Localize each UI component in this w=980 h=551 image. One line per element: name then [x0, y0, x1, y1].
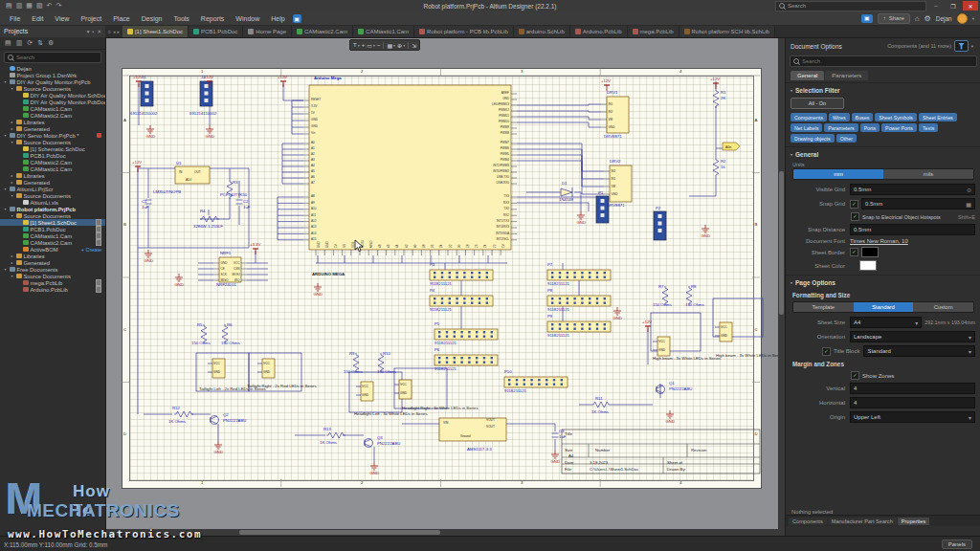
doc-tab-arduino-pcblib[interactable]: Arduino.PcbLib: [570, 25, 628, 37]
maximize-button[interactable]: ❒: [946, 1, 961, 11]
doc-tab-pcb1-pcbdoc[interactable]: PCB1.PcbDoc: [189, 25, 243, 37]
document-font-link[interactable]: Times New Roman, 10: [850, 238, 908, 244]
page-options-header[interactable]: ▾ Page Options: [786, 275, 980, 288]
tree-item-generated[interactable]: ▸Generated: [0, 259, 105, 266]
tree-item-generated[interactable]: ▸Generated: [0, 179, 105, 186]
tree-item-source-documents[interactable]: ▾Source Documents: [0, 139, 105, 145]
sheet-size-dropdown[interactable]: A4 ▾: [850, 317, 922, 328]
projects-search-input[interactable]: [16, 55, 98, 60]
tree-item-camtastic1-cam[interactable]: CAMtastic1.Cam: [0, 232, 105, 239]
title-block-dropdown[interactable]: Standard ▾: [863, 345, 975, 357]
doc-tab-home-page[interactable]: Home Page: [243, 25, 292, 37]
compare-icon[interactable]: ⇅: [37, 39, 43, 47]
snap-hotspots-checkbox[interactable]: ✓: [851, 212, 859, 221]
general-section-header[interactable]: ▾ General: [786, 146, 980, 160]
doc-tab-1-sheet1-schdoc[interactable]: [1] Sheet1.SchDoc: [122, 25, 189, 37]
filter-caret-icon[interactable]: ▾: [969, 41, 976, 51]
tree-item-robot-platform-prjpcb[interactable]: ▾Robot platform.PrjPcb: [0, 206, 105, 212]
expand-icon[interactable]: ▾: [3, 187, 8, 191]
doc-tab-robot-platform-sch-lib-schlib[interactable]: Robot platform SCH lib.SchLib: [679, 25, 775, 37]
panel-close-icon[interactable]: ✕: [97, 29, 101, 34]
panel-dropdown-icon[interactable]: ▾: [87, 29, 90, 34]
doc-tab-robot-platform-pcb-lib-pcblib[interactable]: Robot platform - PCB lib.PcbLib: [414, 25, 514, 37]
tree-item-camtastic1-cam[interactable]: CAMtastic1.Cam: [0, 105, 105, 112]
tree-item-project-group-1-dsnwrk[interactable]: Project Group 1.DsnWrk: [0, 72, 105, 78]
expand-icon[interactable]: ▾: [3, 79, 8, 84]
menu-reports[interactable]: Reports: [195, 15, 231, 22]
open-icon[interactable]: ▥: [16, 2, 23, 10]
format-template[interactable]: Template: [793, 302, 854, 312]
filter-chip-components[interactable]: Components: [791, 113, 827, 121]
undo-icon[interactable]: ↶: [47, 2, 53, 10]
origin-dropdown[interactable]: Upper Left ▾: [850, 411, 975, 423]
tool-button-8[interactable]: ⇲: [412, 42, 416, 49]
tree-item-source-documents[interactable]: ▾Source Documents: [0, 273, 105, 279]
user-name[interactable]: Dejan: [936, 15, 952, 22]
grid-icon[interactable]: ▦: [966, 201, 971, 208]
tree-item-arduino-pcblib[interactable]: Arduino.PcbLib: [0, 286, 105, 293]
snap-distance-field[interactable]: 0.5mm: [850, 224, 975, 235]
expand-icon[interactable]: ▾: [3, 267, 8, 272]
vertical-scrollbar[interactable]: [778, 37, 785, 536]
menu-window[interactable]: Window: [230, 15, 265, 22]
schematic-editor-canvas[interactable]: 11223344AABBCCDDVCCGNDVCCGNDVCCGNDVCCGND…: [105, 37, 785, 536]
all-on-button[interactable]: All - On: [791, 98, 844, 109]
filter-chip-texts[interactable]: Texts: [919, 123, 938, 132]
tree-item-mega-pcblib[interactable]: mega.PcbLib: [0, 279, 105, 286]
tree-item-diy-air-quality-monitor-schdoc[interactable]: DIY Air Quality Monitor.SchDoc: [0, 92, 105, 99]
expand-icon[interactable]: ▾: [10, 274, 14, 278]
expand-icon[interactable]: ▾: [3, 133, 8, 138]
pin-icon[interactable]: ▪: [92, 29, 94, 34]
tab-parameters[interactable]: Parameters: [825, 71, 868, 80]
orientation-dropdown[interactable]: Landscape ▾: [850, 331, 975, 342]
filter-chip-drawing-objects[interactable]: Drawing objects: [791, 134, 835, 143]
expand-icon[interactable]: ▾: [10, 193, 14, 198]
tree-item-camtastic2-cam[interactable]: CAMtastic2.Cam: [0, 239, 105, 246]
expand-icon[interactable]: ▸: [10, 126, 14, 131]
filter-chip-wires[interactable]: Wires: [829, 113, 850, 121]
expand-icon[interactable]: ▾: [3, 207, 8, 211]
tree-item-diy-servo-motor-prjpcb[interactable]: ▾DIY Servo Motor.PrjPcb *: [0, 132, 105, 139]
menu-tools[interactable]: Tools: [168, 15, 195, 22]
filter-chip-net-labels[interactable]: Net Labels: [791, 123, 822, 132]
sheet-border-checkbox[interactable]: ✓: [850, 248, 858, 256]
tool-button-1[interactable]: +: [362, 42, 366, 48]
expand-icon[interactable]: ▸: [10, 260, 14, 265]
horizontal-scrollbar[interactable]: [105, 529, 778, 536]
menu-design[interactable]: Design: [136, 15, 168, 22]
open-project-icon[interactable]: ▥: [16, 39, 23, 47]
snap-grid-field[interactable]: 0.5mm ▦: [861, 198, 975, 209]
filter-chip-power-ports[interactable]: Power Ports: [881, 123, 917, 132]
avatar[interactable]: [957, 13, 968, 24]
selection-filter-header[interactable]: ▾ Selection Filter: [786, 82, 980, 96]
doc-tab-camtastic1-cam[interactable]: CAMtastic1.Cam: [353, 25, 414, 37]
horizontal-field[interactable]: 4: [850, 397, 975, 408]
properties-search[interactable]: [790, 55, 977, 67]
tree-item-camtastic1-cam[interactable]: CAMtastic1.Cam: [0, 165, 105, 172]
filter-chip-parameters[interactable]: Parameters: [824, 123, 858, 132]
visibility-eye-icon[interactable]: ⊙: [967, 187, 971, 193]
menu-file[interactable]: File: [4, 15, 26, 22]
snap-grid-checkbox[interactable]: ✓: [850, 200, 858, 209]
refresh-icon[interactable]: ⟳: [27, 39, 33, 47]
properties-search-input[interactable]: [802, 58, 973, 64]
tree-item-libraries[interactable]: ▸Libraries: [0, 119, 105, 125]
avatar-caret-icon[interactable]: ▾: [972, 16, 974, 21]
expand-icon[interactable]: ▸: [10, 120, 14, 124]
tree-item-libraries[interactable]: ▸Libraries: [0, 172, 105, 179]
tree-item-diy-air-quality-monitor-pcbdoc[interactable]: DIY Air Quality Monitor.PcbDoc: [0, 99, 105, 105]
menu-view[interactable]: View: [49, 15, 75, 22]
tab-general[interactable]: General: [791, 71, 824, 80]
menu-edit[interactable]: Edit: [26, 15, 49, 22]
tool-button-3[interactable]: ~: [377, 42, 381, 48]
expand-icon[interactable]: ▾: [10, 213, 14, 218]
tree-item-libraries[interactable]: ▸Libraries: [0, 253, 105, 259]
units-mils[interactable]: mils: [883, 169, 973, 179]
tree-item-altiumli-prjscr[interactable]: ▾AltiumLi.PrjScr: [0, 186, 105, 192]
tree-item-free-documents[interactable]: ▾Free Documents: [0, 266, 105, 273]
tree-item-source-documents[interactable]: ▾Source Documents: [0, 212, 105, 219]
tab-prev-icon[interactable]: ◂: [113, 29, 116, 34]
settings-gear-icon[interactable]: ⚙: [924, 14, 931, 23]
units-mm[interactable]: mm: [793, 169, 883, 179]
create-link[interactable]: + Create: [81, 247, 103, 253]
